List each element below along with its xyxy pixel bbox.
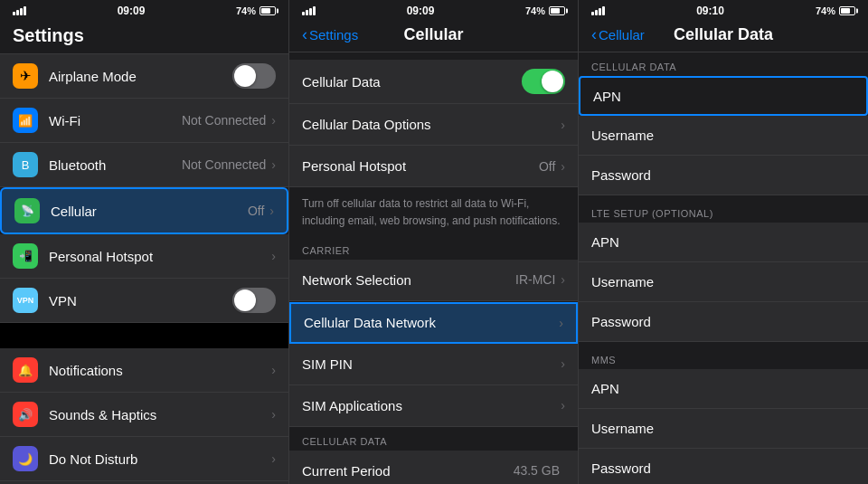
- dnd-chevron: ›: [271, 451, 276, 466]
- cellular-data-toggle[interactable]: [522, 69, 565, 94]
- username-main-row[interactable]: Username: [579, 116, 868, 156]
- wifi-value: Not Connected: [182, 113, 266, 128]
- back-chevron-2: ‹: [302, 25, 307, 44]
- cellular-description: Turn off cellular data to restrict all d…: [289, 187, 578, 240]
- lte-section-label: LTE SETUP (OPTIONAL): [579, 195, 868, 223]
- apn-main-row[interactable]: APN: [579, 76, 868, 116]
- ph-chevron: ›: [561, 159, 565, 174]
- sim-apps-item[interactable]: SIM Applications ›: [289, 385, 578, 427]
- password-main-row[interactable]: Password: [579, 156, 868, 195]
- ns-value: IR-MCI: [515, 272, 555, 287]
- time-2: 09:09: [407, 5, 435, 17]
- apn-mms-row[interactable]: APN: [579, 369, 868, 409]
- username-mms-row[interactable]: Username: [579, 409, 868, 449]
- sep-1: [0, 323, 288, 348]
- apn-lte-label: APN: [591, 234, 673, 250]
- section-cellular-network: Cellular Data Network › SIM PIN › SIM Ap…: [289, 302, 578, 427]
- current-period-item: Current Period 43.5 GB: [289, 451, 578, 484]
- battery-area-1: 74%: [236, 5, 276, 16]
- settings-header: Settings: [0, 20, 288, 54]
- password-mms-row[interactable]: Password: [579, 449, 868, 484]
- hotspot-item[interactable]: 📲 Personal Hotspot ›: [0, 234, 288, 279]
- cellular-data-label: Cellular Data: [302, 74, 522, 90]
- cdn-back-btn[interactable]: ‹ Cellular: [591, 25, 645, 44]
- cellular-data-toggle-item[interactable]: Cellular Data: [289, 60, 578, 104]
- cellular-data-options-item[interactable]: Cellular Data Options ›: [289, 104, 578, 146]
- cellular-chevron: ›: [269, 204, 274, 218]
- apn-mms-label: APN: [591, 381, 673, 396]
- status-bar-1: 09:09 74%: [0, 0, 288, 20]
- bluetooth-chevron: ›: [271, 157, 276, 172]
- settings-title: Settings: [13, 25, 276, 46]
- battery-area-3: 74%: [816, 5, 855, 16]
- cdn-section-label: CELLULAR DATA: [579, 52, 868, 76]
- signal-icon-3: [591, 6, 605, 15]
- personal-hotspot-item2[interactable]: Personal Hotspot Off ›: [289, 146, 578, 187]
- apn-lte-field[interactable]: [673, 234, 855, 250]
- signal-icon: [13, 6, 26, 15]
- cellular-header: ‹ Settings Cellular: [289, 20, 578, 52]
- section-carrier: Network Selection IR-MCI ›: [289, 260, 578, 301]
- ns-chevron: ›: [561, 272, 565, 287]
- apn-lte-row[interactable]: APN: [579, 223, 868, 262]
- vpn-label: VPN: [49, 293, 232, 308]
- username-main-field[interactable]: [673, 128, 855, 143]
- password-lte-label: Password: [591, 314, 673, 329]
- password-mms-field[interactable]: [673, 460, 855, 476]
- password-lte-row[interactable]: Password: [579, 302, 868, 342]
- dnd-item[interactable]: 🌙 Do Not Disturb ›: [0, 437, 288, 481]
- airplane-mode-item[interactable]: ✈ Airplane Mode: [0, 54, 288, 99]
- cdn-label: Cellular Data Network: [304, 315, 559, 330]
- cellular-desc-text: Turn off cellular data to restrict all d…: [302, 197, 561, 227]
- sim-pin-item[interactable]: SIM PIN ›: [289, 344, 578, 385]
- cellular-back-btn[interactable]: ‹ Settings: [302, 25, 358, 44]
- section-apn-lte: APN Username Password: [579, 223, 868, 342]
- network-selection-item[interactable]: Network Selection IR-MCI ›: [289, 260, 578, 301]
- password-main-label: Password: [591, 167, 673, 183]
- vpn-icon: VPN: [13, 288, 38, 313]
- airplane-toggle[interactable]: [232, 63, 276, 89]
- ph-label: Personal Hotspot: [302, 158, 539, 174]
- hotspot-icon: 📲: [13, 243, 38, 269]
- password-lte-field[interactable]: [673, 314, 855, 329]
- section-apn-mms: APN Username Password: [579, 369, 868, 484]
- status-bar-3: 09:10 74%: [579, 0, 868, 20]
- bluetooth-item[interactable]: B Bluetooth Not Connected ›: [0, 143, 288, 187]
- password-main-field[interactable]: [673, 167, 855, 183]
- apn-mms-field[interactable]: [673, 381, 855, 396]
- username-mms-field[interactable]: [673, 421, 855, 436]
- battery-area-2: 74%: [525, 5, 565, 16]
- sounds-item[interactable]: 🔊 Sounds & Haptics ›: [0, 393, 288, 437]
- cp-label: Current Period: [302, 463, 514, 479]
- cdn-header: ‹ Cellular Cellular Data: [579, 20, 868, 52]
- settings-list: ✈ Airplane Mode 📶 Wi-Fi Not Connected › …: [0, 54, 288, 484]
- sounds-chevron: ›: [271, 407, 276, 422]
- cellular-data-network-item[interactable]: Cellular Data Network ›: [289, 302, 578, 344]
- battery-percent-2: 74%: [525, 5, 545, 16]
- cellular-data-panel: 09:10 74% ‹ Cellular Cellular Data CELLU…: [579, 0, 868, 484]
- cellular-item[interactable]: 📡 Cellular Off ›: [0, 187, 288, 234]
- back-label-3: Cellular: [599, 27, 645, 43]
- wifi-chevron: ›: [271, 113, 276, 128]
- section-usage: Current Period 43.5 GB: [289, 451, 578, 484]
- status-bar-2: 09:09 74%: [289, 0, 578, 20]
- password-mms-label: Password: [591, 460, 673, 476]
- notifications-label: Notifications: [49, 363, 271, 378]
- notifications-item[interactable]: 🔔 Notifications ›: [0, 348, 288, 393]
- vpn-toggle[interactable]: [232, 288, 276, 313]
- username-lte-row[interactable]: Username: [579, 262, 868, 302]
- cdn-nav-row: ‹ Cellular Cellular Data: [591, 25, 855, 44]
- username-lte-field[interactable]: [673, 274, 855, 289]
- sounds-icon: 🔊: [13, 402, 38, 427]
- ns-label: Network Selection: [302, 272, 515, 288]
- wifi-item[interactable]: 📶 Wi-Fi Not Connected ›: [0, 99, 288, 143]
- bluetooth-label: Bluetooth: [49, 157, 182, 173]
- bluetooth-value: Not Connected: [182, 157, 266, 172]
- apn-main-field[interactable]: [675, 89, 854, 104]
- back-label-2: Settings: [309, 27, 358, 43]
- battery-percent-1: 74%: [236, 5, 256, 16]
- vpn-item[interactable]: VPN VPN: [0, 279, 288, 323]
- username-lte-label: Username: [591, 274, 673, 289]
- hotspot-label: Personal Hotspot: [49, 249, 271, 264]
- cellular-data-options-label: Cellular Data Options: [302, 117, 561, 132]
